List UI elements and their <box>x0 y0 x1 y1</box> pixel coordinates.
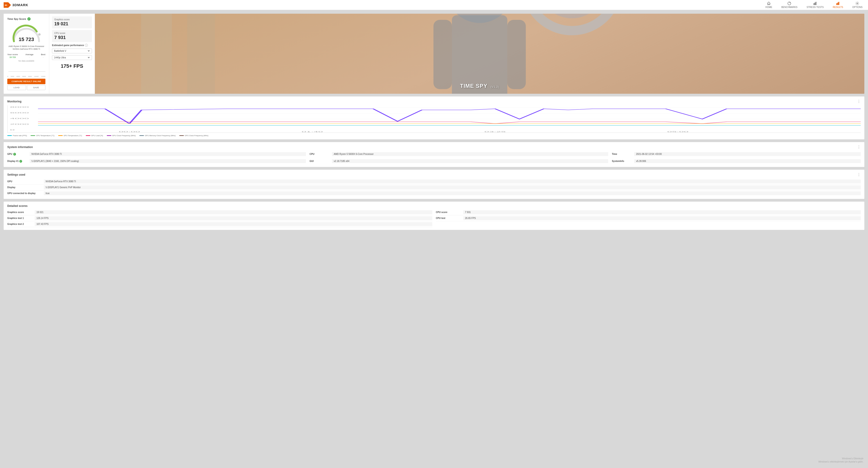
detailed-left-col: Graphics score 19 021 Graphics test 1 12… <box>7 209 432 227</box>
bar-scale: 0 2000 4000 6000 8000 10000 12000 <box>7 76 45 77</box>
top-nav: 3D 3DMARK HOME BENCHMARKS STRESS TESTS R… <box>0 0 868 10</box>
sys-row-2: Display #1 ✓ \\.\DISPLAY1 (3840 × 2160, … <box>7 158 861 164</box>
svg-text:01:40: 01:40 <box>302 131 323 133</box>
legend-dot-frame-rate <box>7 135 12 136</box>
nav-stress-tests[interactable]: STRESS TESTS <box>805 0 826 9</box>
system-info-more-button[interactable]: ⋮ <box>857 145 861 149</box>
cpu-score-label: CPU score <box>54 32 90 34</box>
monitoring-panel: Monitoring ⋮ 8000 6000 4000 2000 0 <box>4 96 864 139</box>
svg-text:8000: 8000 <box>10 106 29 108</box>
load-button[interactable]: LOAD <box>7 85 26 90</box>
no-data-text: No data available <box>19 60 34 62</box>
svg-rect-13 <box>187 14 215 94</box>
time-label: Time <box>612 153 632 155</box>
gpu-label: GPU ✓ <box>7 153 28 156</box>
score-panel: Time Spy Score ✓ 15 723 AMD Ryzen 5 5600… <box>4 14 49 94</box>
monitoring-more-button[interactable]: ⋮ <box>857 99 861 103</box>
svg-text:00:00: 00:00 <box>119 131 140 133</box>
graphics-score-value: 19 021 <box>54 21 90 27</box>
svg-rect-5 <box>816 2 816 5</box>
detail-graphics-test2-value: 107.43 FPS <box>35 222 432 226</box>
verified-icon: ✓ <box>27 17 31 21</box>
detail-graphics-test1-value: 126.14 FPS <box>35 216 432 220</box>
svg-rect-17 <box>507 20 526 89</box>
gauge-container: 15 723 <box>10 24 42 42</box>
results-icon <box>836 1 840 5</box>
legend-gpu-clock-2: GPU Clock Frequency (MHz) <box>179 134 209 136</box>
legend-gpu-mem-clock: GPU Memory Clock Frequency (MHz) <box>140 134 176 136</box>
settings-more-button[interactable]: ⋮ <box>857 173 861 177</box>
main-content: Time Spy Score ✓ 15 723 AMD Ryzen 5 5600… <box>0 10 868 233</box>
cpu-score-box: CPU score 7 931 <box>52 30 92 42</box>
detail-cpu-score-row: CPU score 7 931 <box>436 209 861 215</box>
monitoring-svg: 8000 6000 4000 2000 0 00:00 <box>7 105 861 133</box>
legend-dot-cpu-temp <box>31 135 35 136</box>
svg-text:0: 0 <box>10 129 15 131</box>
graphics-score-label: Graphics score <box>54 18 90 21</box>
legend-gpu-temp: GPU Temperature (°C) <box>58 134 82 136</box>
svg-rect-8 <box>839 2 839 5</box>
average-score-col: Average - <box>25 53 33 58</box>
settings-header: Settings used ⋮ <box>7 173 861 177</box>
svg-rect-4 <box>815 3 815 5</box>
game-dropdown[interactable]: Battlefield V Assassin's Creed Shadow of… <box>52 49 92 53</box>
monitoring-header: Monitoring ⋮ <box>7 99 861 103</box>
save-button[interactable]: SAVE <box>27 85 45 90</box>
resolution-dropdown[interactable]: 1440p Ultra 1080p Ultra 4K Ultra <box>52 55 92 60</box>
watermark-line2: Windows'u etkinleştirmek için Ayarlar'a … <box>818 460 863 463</box>
your-score-col: Your score 15 723 <box>7 53 18 58</box>
time-cell: Time 2021-06-02 13:54 +03:00 <box>612 151 861 157</box>
display-label: Display #1 ✓ <box>7 160 28 163</box>
nav-home[interactable]: HOME <box>764 0 774 9</box>
time-spy-label: TIME SPY (V1.2) <box>460 83 499 89</box>
cpu-sys-label: CPU <box>310 153 330 155</box>
detail-graphics-score-row: Graphics score 19 021 <box>7 209 432 215</box>
legend-dot-gpu-clock-2 <box>179 135 184 136</box>
detail-cpu-test-row: CPU test 26.65 FPS <box>436 215 861 221</box>
nav-benchmarks[interactable]: BENCHMARKS <box>779 0 799 9</box>
svg-point-9 <box>857 3 858 4</box>
scene-background <box>95 14 864 94</box>
settings-display-label: Display <box>7 186 44 189</box>
monitoring-chart: 8000 6000 4000 2000 0 00:00 <box>7 105 861 133</box>
legend-gpu-load: GPU Load (%) <box>86 134 103 136</box>
top-row: Time Spy Score ✓ 15 723 AMD Ryzen 5 5600… <box>4 14 864 94</box>
system-info-section: System information ⋮ GPU ✓ NVIDIA GeForc… <box>4 142 864 167</box>
home-icon <box>767 1 771 5</box>
detail-graphics-score-label: Graphics score <box>7 211 35 214</box>
cpu-score-value: 7 931 <box>54 35 90 40</box>
compare-button[interactable]: COMPARE RESULT ONLINE <box>7 79 45 84</box>
legend-dot-gpu-load <box>86 135 90 136</box>
nav-options[interactable]: OPTIONS <box>850 0 864 9</box>
app-name: 3DMARK <box>12 3 28 7</box>
monitoring-title: Monitoring <box>7 100 22 103</box>
chart-legend: Frame rate (FPS) CPU Temperature (°C) GP… <box>7 134 861 136</box>
info-icon[interactable]: i <box>85 44 88 47</box>
best-score-col: Best - <box>41 53 45 58</box>
score-title-row: Time Spy Score ✓ <box>7 17 31 21</box>
sys-row-1: GPU ✓ NVIDIA GeForce RTX 3080 Ti CPU AMD… <box>7 151 861 157</box>
app-logo: 3D 3DMARK <box>4 2 28 8</box>
nav-items: HOME BENCHMARKS STRESS TESTS RESULTS OPT… <box>764 0 864 9</box>
settings-gpu-row: GPU NVIDIA GeForce RTX 3080 Ti <box>7 179 861 185</box>
bar-chart <box>7 63 45 72</box>
settings-connected-row: GPU connected to display true <box>7 190 861 196</box>
logo-icon: 3D <box>4 2 11 8</box>
detailed-scores-title: Detailed scores <box>7 205 28 208</box>
stress-tests-icon <box>813 1 817 5</box>
time-value: 2021-06-02 13:54 +03:00 <box>634 152 861 156</box>
legend-dot-gpu-mem-clock <box>140 135 144 136</box>
nav-results[interactable]: RESULTS <box>831 0 845 9</box>
svg-rect-3 <box>814 3 814 5</box>
detail-graphics-test1-label: Graphics test 1 <box>7 217 35 219</box>
system-info-header: System information ⋮ <box>7 145 861 149</box>
svg-rect-10 <box>8 71 45 72</box>
svg-rect-16 <box>433 20 452 89</box>
gui-label: GUI <box>310 160 330 162</box>
gauge-dot <box>38 33 41 36</box>
gpu-cell: GPU ✓ NVIDIA GeForce RTX 3080 Ti <box>7 151 306 157</box>
detail-graphics-test2-label: Graphics test 2 <box>7 223 35 225</box>
cpu-info: AMD Ryzen 5 5600X 6-Core Processor <box>8 45 44 48</box>
detailed-scores-header: Detailed scores <box>7 205 861 208</box>
detail-graphics-test1-row: Graphics test 1 126.14 FPS <box>7 215 432 221</box>
